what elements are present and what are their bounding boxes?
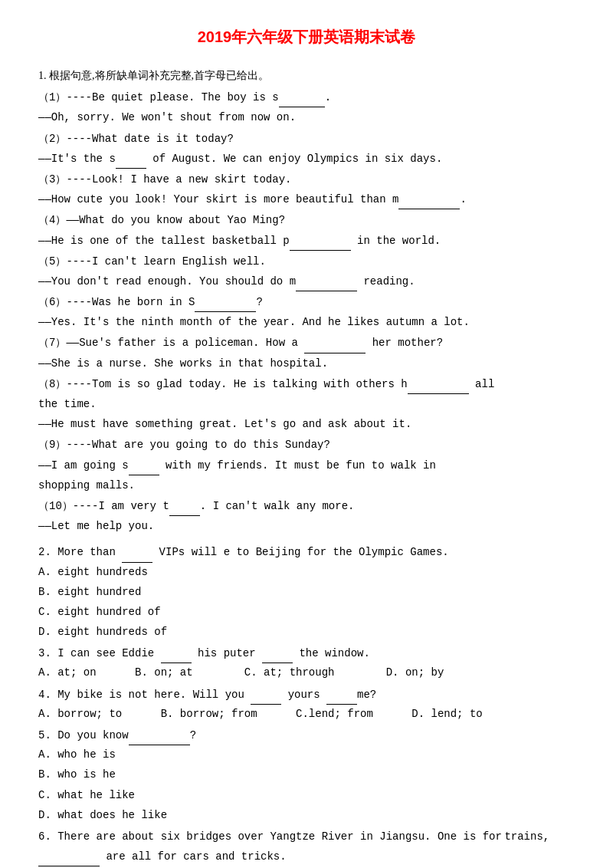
q2-ans: ——It's the s of August. We can enjoy Oly…	[38, 150, 575, 169]
q2-ask: （2）----What date is it today?	[38, 130, 575, 149]
question-2: （2）----What date is it today? ——It's the…	[38, 130, 575, 169]
q6-ans: ——Yes. It's the ninth month of the year.…	[38, 313, 575, 332]
question-5: （5）----I can't learn English well. ——You…	[38, 252, 575, 291]
mc-q4-opts: A. borrow; to B. borrow; from C.lend; fr…	[38, 705, 575, 724]
q6-ask: （6）----Was he born in S?	[38, 293, 575, 312]
section1: 1. 根据句意,将所缺单词补充完整,首字母已给出。 （1）----Be quie…	[38, 66, 575, 536]
mc-q4-text: 4. My bike is not here. Will you yours m…	[38, 689, 376, 701]
question-4: （4）——What do you know about Yao Ming? ——…	[38, 211, 575, 250]
mc-q5-optA: A. who he is	[38, 745, 575, 764]
q10-ask: （10）----I am very t. I can't walk any mo…	[38, 497, 575, 516]
q7-ans: ——She is a nurse. She works in that hosp…	[38, 354, 575, 373]
q5-ask: （5）----I can't learn English well.	[38, 252, 575, 271]
mc-q3-opts: A. at; on B. on; at C. at; through D. on…	[38, 663, 575, 682]
q9-ask: （9）----What are you going to do this Sun…	[38, 436, 575, 455]
q5-ans: ——You don't read enough. You should do m…	[38, 272, 575, 291]
mc-question-6: 6. There are about six bridges over Yang…	[38, 827, 575, 868]
question-8: （8）----Tom is so glad today. He is talki…	[38, 375, 575, 435]
mc-q5-text: 5. Do you know?	[38, 729, 196, 741]
q1-num: （1）----Be quiet please. The boy is s.	[38, 88, 575, 107]
question-6: （6）----Was he born in S? ——Yes. It's the…	[38, 293, 575, 332]
section2: 2. More than VIPs will e to Beijing for …	[38, 542, 575, 868]
q9-ans2: shopping malls.	[38, 476, 575, 495]
q3-ans: ——How cute you look! Your skirt is more …	[38, 190, 575, 209]
mc-question-3: 3. I can see Eddie his puter the window.…	[38, 643, 575, 682]
mc-q5-optC: C. what he like	[38, 786, 575, 805]
q8-ask: （8）----Tom is so glad today. He is talki…	[38, 375, 575, 394]
mc-q6-text1: 6. There are about six bridges over Yang…	[38, 830, 502, 843]
question-3: （3）----Look! I have a new skirt today. —…	[38, 170, 575, 209]
q1-ans: ——Oh, sorry. We won't shout from now on.	[38, 108, 575, 127]
mc-question-4: 4. My bike is not here. Will you yours m…	[38, 685, 575, 724]
mc-q2-optD: D. eight hundreds of	[38, 623, 575, 642]
mc-q2-optB: B. eight hundred	[38, 583, 575, 602]
q8-ans: ——He must have something great. Let's go…	[38, 415, 575, 434]
mc-q2-optC: C. eight hundred of	[38, 603, 575, 622]
q10-ans: ——Let me help you.	[38, 517, 575, 536]
question-10: （10）----I am very t. I can't walk any mo…	[38, 497, 575, 536]
mc-question-2: 2. More than VIPs will e to Beijing for …	[38, 542, 575, 642]
question-7: （7）——Sue's father is a policeman. How a …	[38, 334, 575, 373]
mc-q5-optD: D. what does he like	[38, 806, 575, 825]
mc-q2-optA: A. eight hundreds	[38, 563, 575, 582]
question-9: （9）----What are you going to do this Sun…	[38, 436, 575, 495]
section1-instruction: 1. 根据句意,将所缺单词补充完整,首字母已给出。	[38, 66, 575, 85]
page-title: 2019年六年级下册英语期末试卷	[38, 23, 575, 51]
q3-ask: （3）----Look! I have a new skirt today.	[38, 170, 575, 189]
q4-ask: （4）——What do you know about Yao Ming?	[38, 211, 575, 230]
q7-ask: （7）——Sue's father is a policeman. How a …	[38, 334, 575, 353]
question-1: （1）----Be quiet please. The boy is s. ——…	[38, 88, 575, 127]
mc-q2-text: 2. More than VIPs will e to Beijing for …	[38, 546, 449, 558]
mc-q5-optB: B. who is he	[38, 765, 575, 784]
q4-ans: ——He is one of the tallest basketball p …	[38, 232, 575, 251]
q9-ans1: ——I am going s with my friends. It must …	[38, 456, 575, 475]
mc-question-5: 5. Do you know? A. who he is B. who is h…	[38, 725, 575, 825]
q8-ask2: the time.	[38, 395, 575, 414]
mc-q3-text: 3. I can see Eddie his puter the window.	[38, 647, 370, 659]
